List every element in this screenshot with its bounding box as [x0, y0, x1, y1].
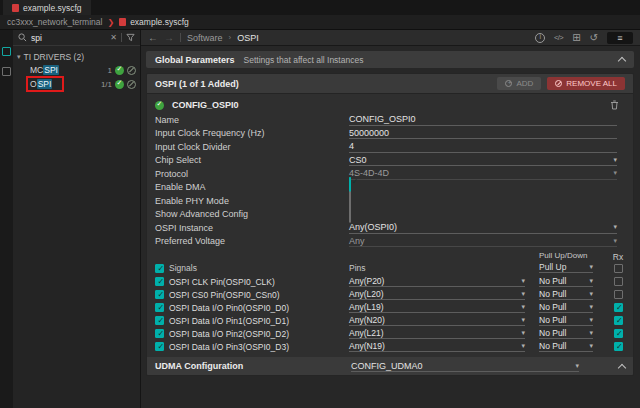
pull-all-dropdown[interactable]: Pull Up▾	[539, 262, 593, 273]
clock-frequency-input[interactable]: 50000000	[349, 127, 617, 139]
instance-count: 1	[108, 66, 112, 75]
udma-configuration-bar[interactable]: UDMA Configuration CONFIG_UDMA0▾	[147, 357, 633, 375]
caret-down-icon: ▾	[575, 362, 579, 370]
chevron-right-icon: ›	[229, 33, 232, 42]
ospi-instance-dropdown[interactable]: Any(OSPI0)▾	[349, 222, 617, 234]
history-icon[interactable]: ↺	[590, 33, 598, 43]
field-label: Chip Select	[147, 155, 349, 165]
forward-icon[interactable]: →	[164, 32, 174, 43]
title-bar: example.syscfg	[0, 0, 640, 15]
field-row-clock-divider: Input Clock Divider 4	[147, 140, 633, 154]
caret-down-icon: ▾	[589, 290, 593, 298]
pull-dropdown[interactable]: No Pull▾	[539, 289, 593, 300]
trash-icon[interactable]	[610, 100, 619, 110]
pin-dropdown[interactable]: Any(L19)▾	[349, 302, 525, 313]
signal-enable-checkbox[interactable]	[155, 303, 164, 312]
show-advanced-checkbox[interactable]	[349, 204, 351, 223]
chevron-down-icon: ▾	[17, 53, 21, 61]
signal-enable-checkbox[interactable]	[155, 290, 164, 299]
signals-enable-all-checkbox[interactable]	[155, 264, 164, 273]
breadcrumb-separator-icon: ❯	[107, 18, 114, 27]
instance-count: 1/1	[101, 80, 112, 89]
field-row-clock-frequency: Input Clock Frequency (Hz) 50000000	[147, 127, 633, 141]
search-match-highlight: SPI	[43, 65, 59, 75]
chevron-up-icon[interactable]	[618, 57, 626, 65]
name-input[interactable]: CONFIG_OSPI0	[349, 114, 617, 126]
clock-divider-input[interactable]: 4	[349, 141, 617, 153]
rx-checkbox[interactable]	[614, 342, 623, 351]
check-circle-icon	[155, 101, 164, 110]
selection-highlight	[26, 76, 64, 92]
remove-icon	[555, 80, 562, 87]
sidebar-item-ospi[interactable]: OSPI 1/1	[13, 77, 140, 91]
global-parameters-bar[interactable]: Global Parameters Settings that affect a…	[146, 51, 634, 68]
code-preview-icon[interactable]: </>	[554, 33, 563, 42]
rx-checkbox[interactable]	[614, 277, 623, 286]
module-tree: ▾ TI DRIVERS (2) MCSPI 1 OSPI 1/1	[13, 46, 140, 91]
config-instance-row[interactable]: CONFIG_OSPI0	[147, 97, 633, 113]
udma-dropdown[interactable]: CONFIG_UDMA0▾	[351, 360, 579, 372]
breadcrumb-project[interactable]: cc3xxx_network_terminal	[7, 17, 102, 27]
udma-label: UDMA Configuration	[155, 361, 351, 371]
signal-row-cs0: OSPI CS0 Pin(OSPI0_CSn0) Any(L20)▾ No Pu…	[147, 288, 633, 301]
ospi-panel: OSPI (1 of 1 Added) ADD REMOVE ALL	[146, 73, 634, 376]
rx-checkbox[interactable]	[614, 290, 623, 299]
caret-down-icon: ▾	[613, 156, 617, 164]
file-tab[interactable]: example.syscfg	[3, 0, 91, 15]
caret-down-icon: ▾	[589, 342, 593, 350]
pin-dropdown[interactable]: Any(L21)▾	[349, 328, 525, 339]
caret-down-icon: ▾	[589, 329, 593, 337]
signal-enable-checkbox[interactable]	[155, 277, 164, 286]
rx-checkbox[interactable]	[614, 329, 623, 338]
field-row-preferred-voltage: Preferred Voltage Any▾	[147, 235, 633, 249]
caret-down-icon: ▾	[521, 342, 525, 350]
chip-select-dropdown[interactable]: CS0▾	[349, 154, 617, 166]
pin-dropdown[interactable]: Any(N19)▾	[349, 341, 525, 352]
breadcrumb-file[interactable]: example.syscfg	[119, 17, 189, 27]
field-row-ospi-instance: OSPI Instance Any(OSPI0)▾	[147, 221, 633, 235]
pin-dropdown[interactable]: Any(P20)▾	[349, 276, 525, 287]
divider	[180, 33, 181, 42]
filter-icon[interactable]	[126, 33, 135, 42]
back-icon[interactable]: ←	[148, 32, 158, 43]
board-view-icon[interactable]	[2, 67, 11, 76]
caret-down-icon: ▾	[521, 329, 525, 337]
sysconfig-app: example.syscfg cc3xxx_network_terminal ❯…	[0, 0, 640, 408]
signal-enable-checkbox[interactable]	[155, 316, 164, 325]
sidebar-search-row: spi ✕	[13, 30, 140, 46]
pull-dropdown[interactable]: No Pull▾	[539, 328, 593, 339]
device-view-icon[interactable]	[2, 47, 11, 56]
nav-crumb-parent[interactable]: Software	[187, 33, 223, 43]
module-label: MCSPI	[30, 65, 59, 75]
caret-down-icon: ▾	[613, 237, 617, 245]
field-label: OSPI Instance	[147, 223, 349, 233]
remove-all-button[interactable]: REMOVE ALL	[547, 77, 625, 90]
pull-dropdown[interactable]: No Pull▾	[539, 302, 593, 313]
body: spi ✕ ▾ TI DRIVERS (2) MCSPI 1	[0, 30, 640, 408]
pin-dropdown[interactable]: Any(N20)▾	[349, 315, 525, 326]
pull-dropdown[interactable]: No Pull▾	[539, 315, 593, 326]
tree-group-ti-drivers[interactable]: ▾ TI DRIVERS (2)	[13, 50, 140, 63]
sidebar-item-mcspi[interactable]: MCSPI 1	[13, 63, 140, 77]
syscfg-file-icon	[119, 18, 126, 26]
pull-dropdown[interactable]: No Pull▾	[539, 276, 593, 287]
chevron-up-icon[interactable]	[618, 363, 626, 371]
grid-view-icon[interactable]: ⊞	[572, 33, 580, 43]
clear-search-icon[interactable]: ✕	[110, 34, 117, 42]
menu-icon[interactable]: ≡	[607, 32, 633, 44]
preferred-voltage-dropdown[interactable]: Any▾	[349, 235, 617, 247]
pin-dropdown[interactable]: Any(L20)▾	[349, 289, 525, 300]
signal-enable-checkbox[interactable]	[155, 342, 164, 351]
search-input[interactable]: spi	[31, 33, 106, 43]
rx-all-checkbox[interactable]	[614, 264, 623, 273]
breadcrumb: cc3xxx_network_terminal ❯ example.syscfg	[0, 15, 640, 30]
add-button[interactable]: ADD	[497, 77, 541, 90]
signal-label: OSPI CS0 Pin(OSPI0_CSn0)	[169, 290, 280, 300]
info-icon[interactable]	[535, 33, 545, 43]
pull-dropdown[interactable]: No Pull▾	[539, 341, 593, 352]
caret-down-icon: ▾	[521, 277, 525, 285]
rx-checkbox[interactable]	[614, 316, 623, 325]
signal-enable-checkbox[interactable]	[155, 329, 164, 338]
left-toolbar	[0, 30, 13, 408]
rx-checkbox[interactable]	[614, 303, 623, 312]
